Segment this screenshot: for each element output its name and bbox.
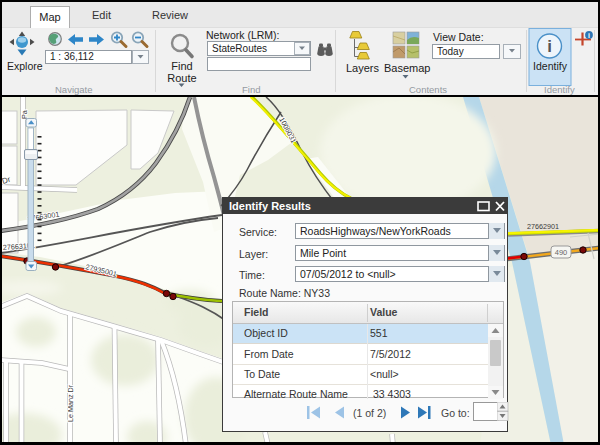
svg-text:490: 490	[555, 248, 568, 257]
svg-text:i: i	[547, 37, 552, 56]
svg-text:27662901: 27662901	[527, 222, 559, 231]
svg-text:i: i	[588, 32, 590, 39]
svg-text:Identify: Identify	[533, 60, 568, 72]
svg-text:Pa: Pa	[20, 110, 29, 119]
svg-text:Le Manz Dr: Le Manz Dr	[66, 384, 75, 422]
